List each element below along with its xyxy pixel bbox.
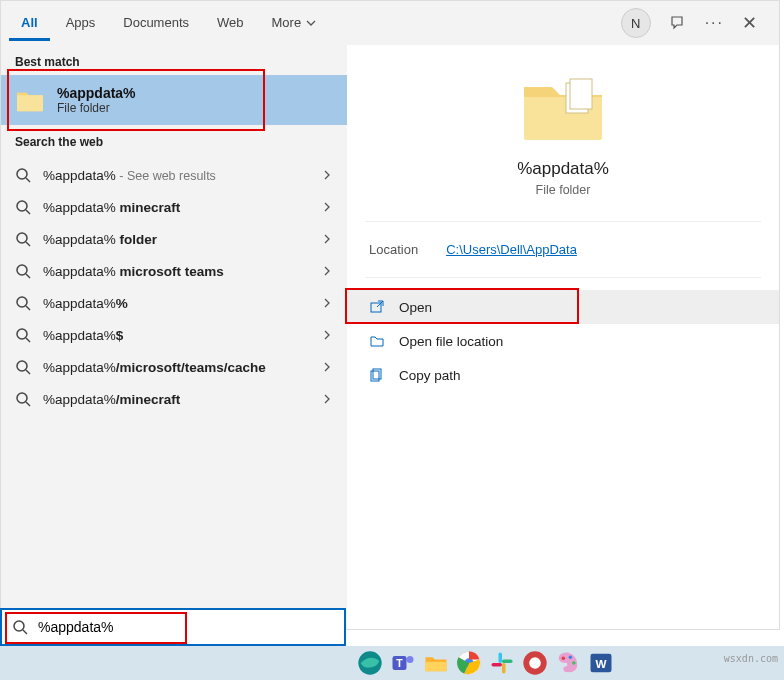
web-result-text: %appdata% microsoft teams: [43, 264, 309, 279]
svg-line-5: [26, 242, 30, 246]
search-web-header: Search the web: [1, 125, 347, 155]
results-body: Best match %appdata% File folder Search …: [1, 45, 779, 629]
chevron-right-icon: [321, 393, 333, 405]
feedback-icon[interactable]: [669, 14, 687, 32]
web-result-item[interactable]: %appdata% - See web results: [1, 159, 347, 191]
search-icon: [15, 327, 31, 343]
taskbar-explorer-icon[interactable]: [422, 649, 450, 677]
svg-text:W: W: [595, 657, 606, 670]
preview-title: %appdata%: [347, 159, 779, 179]
action-label: Open: [399, 300, 432, 315]
svg-text:T: T: [396, 657, 403, 669]
chevron-right-icon: [321, 201, 333, 213]
svg-line-3: [26, 210, 30, 214]
action-copy-path[interactable]: Copy path: [347, 358, 779, 392]
taskbar: T W: [0, 646, 784, 680]
best-match-text: %appdata% File folder: [57, 85, 136, 115]
search-icon: [15, 231, 31, 247]
web-result-item[interactable]: %appdata%$: [1, 319, 347, 351]
header-actions: N ··· ✕: [621, 8, 771, 38]
divider: [365, 221, 761, 222]
chevron-right-icon: [321, 361, 333, 373]
search-icon: [12, 619, 28, 635]
web-result-item[interactable]: %appdata%/minecraft: [1, 383, 347, 415]
tab-apps[interactable]: Apps: [54, 5, 108, 41]
best-match-item[interactable]: %appdata% File folder: [1, 75, 347, 125]
web-result-hint: - See web results: [116, 169, 216, 183]
svg-rect-27: [426, 662, 447, 671]
taskbar-word-icon[interactable]: W: [587, 649, 615, 677]
web-result-item[interactable]: %appdata%/microsoft/teams/cache: [1, 351, 347, 383]
taskbar-app-icon[interactable]: [521, 649, 549, 677]
best-match-title: %appdata%: [57, 85, 136, 101]
tab-more-label: More: [272, 15, 302, 30]
close-button[interactable]: ✕: [742, 12, 757, 34]
taskbar-paint-icon[interactable]: [554, 649, 582, 677]
svg-point-38: [572, 661, 576, 665]
svg-line-1: [26, 178, 30, 182]
search-bar[interactable]: [0, 608, 346, 646]
web-result-text: %appdata% minecraft: [43, 200, 309, 215]
svg-rect-17: [570, 79, 592, 109]
best-match-header: Best match: [1, 45, 347, 75]
svg-point-0: [17, 169, 27, 179]
web-result-text: %appdata%/minecraft: [43, 392, 309, 407]
web-result-item[interactable]: %appdata%%: [1, 287, 347, 319]
svg-point-4: [17, 233, 27, 243]
search-icon: [15, 295, 31, 311]
svg-line-9: [26, 306, 30, 310]
chevron-right-icon: [321, 297, 333, 309]
tab-documents[interactable]: Documents: [111, 5, 201, 41]
search-window: All Apps Documents Web More N ··· ✕ Best…: [0, 0, 780, 630]
svg-point-25: [407, 656, 414, 663]
more-options-icon[interactable]: ···: [705, 14, 724, 32]
chevron-right-icon: [321, 329, 333, 341]
results-left-panel: Best match %appdata% File folder Search …: [1, 45, 347, 629]
divider: [365, 277, 761, 278]
svg-point-37: [569, 655, 573, 659]
web-result-item[interactable]: %appdata% microsoft teams: [1, 255, 347, 287]
location-link[interactable]: C:\Users\Dell\AppData: [446, 242, 577, 257]
svg-line-7: [26, 274, 30, 278]
web-results-list: %appdata% - See web results%appdata% min…: [1, 155, 347, 415]
taskbar-chrome-icon[interactable]: [455, 649, 483, 677]
user-avatar[interactable]: N: [621, 8, 651, 38]
svg-point-14: [17, 393, 27, 403]
tab-more[interactable]: More: [260, 5, 330, 41]
svg-line-11: [26, 338, 30, 342]
svg-point-35: [529, 657, 541, 669]
svg-point-21: [14, 621, 24, 631]
svg-point-36: [562, 657, 566, 661]
web-result-item[interactable]: %appdata% folder: [1, 223, 347, 255]
taskbar-teams-icon[interactable]: T: [389, 649, 417, 677]
folder-icon-large: [518, 71, 608, 145]
svg-rect-30: [499, 653, 503, 664]
web-result-item[interactable]: %appdata% minecraft: [1, 191, 347, 223]
chevron-right-icon: [321, 169, 333, 181]
tab-web[interactable]: Web: [205, 5, 256, 41]
chevron-down-icon: [305, 17, 317, 29]
svg-line-13: [26, 370, 30, 374]
action-label: Open file location: [399, 334, 503, 349]
watermark: wsxdn.com: [724, 653, 778, 664]
svg-point-12: [17, 361, 27, 371]
best-match-subtitle: File folder: [57, 101, 136, 115]
open-icon: [369, 299, 385, 315]
action-open-file-location[interactable]: Open file location: [347, 324, 779, 358]
search-icon: [15, 391, 31, 407]
svg-point-10: [17, 329, 27, 339]
web-result-text: %appdata% - See web results: [43, 168, 309, 183]
search-input[interactable]: [38, 619, 334, 635]
taskbar-slack-icon[interactable]: [488, 649, 516, 677]
web-result-text: %appdata%/microsoft/teams/cache: [43, 360, 309, 375]
svg-point-8: [17, 297, 27, 307]
preview-panel: %appdata% File folder Location C:\Users\…: [347, 45, 779, 629]
search-icon: [15, 167, 31, 183]
svg-point-6: [17, 265, 27, 275]
action-label: Copy path: [399, 368, 461, 383]
tab-all[interactable]: All: [9, 5, 50, 41]
svg-rect-32: [502, 663, 506, 674]
web-result-text: %appdata% folder: [43, 232, 309, 247]
action-open[interactable]: Open: [347, 290, 779, 324]
taskbar-edge-icon[interactable]: [356, 649, 384, 677]
